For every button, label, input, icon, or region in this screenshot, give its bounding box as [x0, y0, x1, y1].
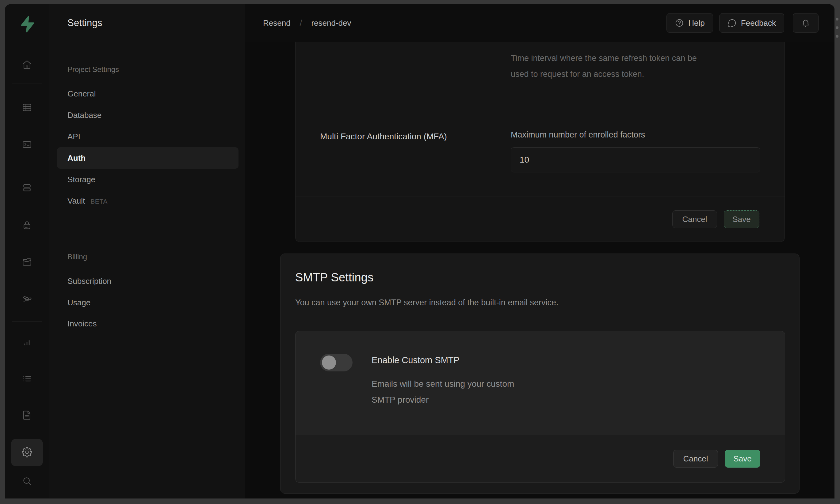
- speech-bubble-icon: [727, 18, 737, 28]
- sidebar-item-authentication[interactable]: [14, 213, 40, 238]
- breadcrumb-org[interactable]: Resend: [263, 18, 291, 28]
- notifications-button[interactable]: [793, 13, 819, 33]
- home-icon: [22, 59, 32, 70]
- nav-item-vault[interactable]: Vault BETA: [67, 196, 108, 206]
- auth-save-button[interactable]: Save: [724, 210, 759, 228]
- card-row-divider: [295, 103, 785, 103]
- sidebar-item-search[interactable]: [14, 468, 40, 494]
- rail-divider: [12, 165, 42, 165]
- smtp-card-title: SMTP Settings: [295, 271, 373, 284]
- nav-item-invoices[interactable]: Invoices: [67, 319, 97, 328]
- window-scrollbar-dot: [836, 26, 838, 29]
- folder-icon: [22, 257, 32, 267]
- nav-item-general[interactable]: General: [67, 89, 96, 98]
- bar-chart-icon: [22, 337, 32, 347]
- enable-custom-smtp-toggle[interactable]: [320, 354, 353, 372]
- supabase-logo[interactable]: [14, 11, 40, 37]
- settings-nav-sidebar: Settings Project Settings General Databa…: [49, 4, 245, 499]
- nav-section-header-billing: Billing: [67, 253, 87, 261]
- search-icon: [22, 476, 32, 486]
- nav-section-divider: [49, 229, 245, 229]
- screen: Settings Project Settings General Databa…: [0, 0, 840, 504]
- enable-custom-smtp-label: Enable Custom SMTP: [372, 355, 460, 365]
- nav-item-database[interactable]: Database: [67, 110, 102, 120]
- breadcrumb: Resend / resend-dev: [263, 18, 351, 28]
- help-circle-icon: [675, 18, 684, 28]
- terminal-icon: [22, 139, 32, 150]
- sidebar-item-logs[interactable]: [14, 366, 40, 392]
- refresh-token-description: Time interval where the same refresh tok…: [511, 50, 697, 82]
- smtp-card-footer: Cancel Save: [295, 435, 785, 482]
- smtp-settings-card: SMTP Settings You can use your own SMTP …: [280, 254, 800, 493]
- app-window: Settings Project Settings General Databa…: [5, 4, 835, 499]
- nav-section-header-project-settings: Project Settings: [67, 65, 119, 74]
- sidebar-item-sql-editor[interactable]: [14, 132, 40, 157]
- breadcrumb-project[interactable]: resend-dev: [311, 18, 351, 28]
- nav-item-storage[interactable]: Storage: [67, 175, 95, 184]
- window-scrollbar-dot: [836, 35, 838, 38]
- sidebar-item-table-editor[interactable]: [14, 95, 40, 120]
- smtp-save-button[interactable]: Save: [725, 450, 760, 468]
- lock-icon: [22, 220, 32, 231]
- sidebar-item-home[interactable]: [14, 52, 40, 77]
- lightning-bolt-icon: [18, 15, 36, 33]
- nav-item-usage[interactable]: Usage: [67, 298, 90, 307]
- sidebar-item-database[interactable]: [14, 175, 40, 201]
- auth-card-footer: Cancel Save: [295, 197, 785, 241]
- max-enrolled-factors-input[interactable]: [511, 147, 760, 173]
- nav-item-api[interactable]: API: [67, 132, 80, 142]
- smtp-form-panel: Enable Custom SMTP Emails will be sent u…: [295, 331, 785, 483]
- auth-cancel-button[interactable]: Cancel: [672, 210, 717, 228]
- smtp-card-subtitle: You can use your own SMTP server instead…: [295, 298, 558, 307]
- help-button[interactable]: Help: [667, 13, 713, 33]
- gear-icon: [22, 447, 32, 457]
- max-factors-label: Maximum number of enrolled factors: [511, 130, 645, 140]
- database-icon: [22, 182, 32, 193]
- rail-divider: [12, 321, 42, 322]
- feedback-button[interactable]: Feedback: [719, 13, 784, 33]
- auth-tokens-card: Time interval where the same refresh tok…: [295, 42, 785, 242]
- window-scrollbar-dot: [836, 18, 838, 20]
- top-header: Resend / resend-dev Help Feedback: [245, 4, 835, 42]
- sidebar-icon-rail: [5, 4, 49, 499]
- main-content[interactable]: Time interval where the same refresh tok…: [245, 42, 835, 499]
- beta-badge: BETA: [90, 198, 107, 205]
- list-icon: [22, 374, 32, 384]
- sidebar-item-edge-functions[interactable]: [14, 286, 40, 312]
- sidebar-item-project-settings[interactable]: [14, 439, 40, 465]
- smtp-cancel-button[interactable]: Cancel: [673, 450, 718, 468]
- sidebar-item-storage[interactable]: [14, 249, 40, 275]
- bell-icon: [801, 18, 810, 28]
- toggle-knob: [322, 356, 336, 370]
- settings-nav-title: Settings: [67, 4, 102, 42]
- sidebar-item-reports[interactable]: [14, 329, 40, 355]
- breadcrumb-separator: /: [300, 18, 302, 28]
- orbit-icon: [22, 294, 32, 304]
- document-icon: [22, 410, 32, 420]
- nav-item-subscription[interactable]: Subscription: [67, 276, 111, 286]
- enable-custom-smtp-description: Emails will be sent using your custom SM…: [372, 376, 514, 408]
- nav-item-auth[interactable]: Auth: [67, 154, 86, 163]
- mfa-row-label: Multi Factor Authentication (MFA): [320, 132, 447, 142]
- sidebar-item-docs[interactable]: [14, 402, 40, 428]
- rail-divider: [12, 84, 42, 84]
- table-icon: [22, 102, 32, 113]
